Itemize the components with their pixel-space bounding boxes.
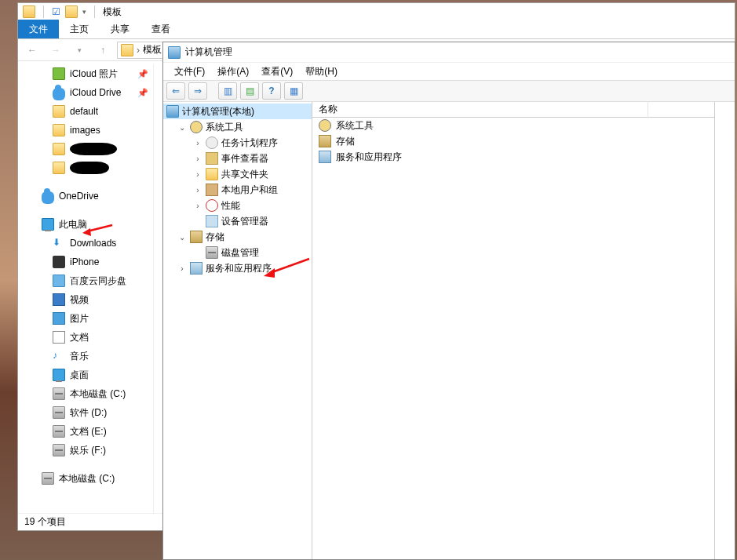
nav-documents[interactable]: 文档 [18,328,153,347]
redacted-text [70,162,109,174]
folder-icon [53,162,65,174]
services-apps-icon [319,151,331,163]
ribbon-tabs: 文件 主页 共享 查看 [18,20,735,39]
collapse-icon[interactable]: ⌄ [177,233,187,242]
mmc-list-pane: 名称 系统工具 存储 服务和应用程序 [312,102,714,559]
disk-management-icon [206,246,218,259]
nav-baidu-sync[interactable]: 百度云同步盘 [18,271,153,290]
nav-quick-images[interactable]: images [18,121,153,140]
toolbar-properties-button[interactable]: ▦ [284,82,303,100]
tree-system-tools[interactable]: ⌄ 系统工具 [163,119,312,135]
nav-downloads[interactable]: ⬇Downloads [18,234,153,253]
tree-local-users[interactable]: ›本地用户和组 [163,182,312,198]
computer-management-icon [168,46,181,59]
nav-history-dropdown[interactable]: ▾ [70,41,89,60]
list-item-services-apps[interactable]: 服务和应用程序 [312,149,714,165]
tree-root[interactable]: 计算机管理(本地) [163,104,312,119]
arrow-left-icon: ⇐ [172,85,180,96]
tree-services-apps[interactable]: › 服务和应用程序 [163,260,312,276]
mmc-title-text: 计算机管理 [185,45,232,59]
tree-event-viewer[interactable]: ›事件查看器 [163,151,312,166]
pictures-icon [53,312,65,325]
toolbar-forward-button[interactable]: ⇒ [188,82,207,100]
nav-drive-c[interactable]: 本地磁盘 (C:) [18,384,153,403]
nav-music[interactable]: ♪音乐 [18,347,153,365]
nav-drive-f[interactable]: 娱乐 (F:) [18,441,153,460]
nav-videos[interactable]: 视频 [18,290,153,309]
nav-quick-redacted-2[interactable] [18,158,153,177]
breadcrumb-item[interactable]: 模板 [143,43,162,56]
tree-disk-management[interactable]: ›磁盘管理 [163,245,312,260]
mmc-content: 计算机管理(本地) ⌄ 系统工具 ›任务计划程序 ›事件查看器 ›共享文件夹 ›… [163,102,735,559]
tab-view[interactable]: 查看 [140,20,181,38]
menu-view[interactable]: 查看(V) [255,64,299,80]
toolbar-back-button[interactable]: ⇐ [166,82,185,100]
mmc-menu-bar: 文件(F) 操作(A) 查看(V) 帮助(H) [163,63,735,80]
help-icon: ? [268,85,274,96]
nav-up-button[interactable]: ↑ [93,41,112,60]
mmc-titlebar[interactable]: 计算机管理 [163,42,735,63]
event-viewer-icon [206,152,218,165]
services-apps-icon [190,262,202,275]
nav-back-button[interactable]: ← [23,41,42,60]
qat-dropdown-icon[interactable]: ▾ [82,8,86,16]
tree-performance[interactable]: ›性能 [163,198,312,213]
drive-icon [53,406,65,419]
column-name[interactable]: 名称 [319,101,648,118]
list-item-storage[interactable]: 存储 [312,133,714,149]
list-header[interactable]: 名称 [312,102,714,118]
tree-shared-folders[interactable]: ›共享文件夹 [163,166,312,182]
expand-icon[interactable]: › [193,170,202,179]
pin-icon: 📌 [137,88,148,98]
nav-pictures[interactable]: 图片 [18,309,153,328]
mmc-right-rail [714,102,735,559]
nav-quick-icloud-photos[interactable]: iCloud 照片📌 [18,64,153,83]
tree-storage[interactable]: ⌄ 存储 [163,229,312,245]
folder-icon [65,5,78,18]
nav-drive-e[interactable]: 文档 (E:) [18,422,153,441]
mmc-tree-pane: 计算机管理(本地) ⌄ 系统工具 ›任务计划程序 ›事件查看器 ›共享文件夹 ›… [163,102,312,559]
nav-onedrive[interactable]: OneDrive [18,187,153,205]
nav-desktop[interactable]: 桌面 [18,365,153,384]
expand-icon[interactable]: › [193,155,202,163]
nav-extra-drive-c[interactable]: 本地磁盘 (C:) [18,469,153,488]
expand-icon[interactable]: › [193,186,202,195]
tree-device-manager[interactable]: ›设备管理器 [163,213,312,229]
nav-quick-default[interactable]: default [18,102,153,121]
tab-home[interactable]: 主页 [59,20,100,38]
nav-iphone[interactable]: iPhone [18,253,153,271]
nav-this-pc[interactable]: 此电脑 [18,215,153,234]
this-pc-icon [42,218,54,231]
nav-quick-icloud-drive[interactable]: iCloud Drive📌 [18,83,153,102]
toolbar-show-hide-button[interactable]: ▥ [218,82,237,100]
storage-icon [190,231,202,243]
system-tools-icon [319,119,331,132]
expand-icon[interactable]: › [193,139,202,147]
folder-icon [53,105,65,118]
list-item-system-tools[interactable]: 系统工具 [312,118,714,133]
nav-drive-d[interactable]: 软件 (D:) [18,403,153,422]
drive-icon [53,444,65,456]
documents-icon [53,331,65,344]
menu-help[interactable]: 帮助(H) [299,64,344,80]
toolbar-help-button[interactable]: ? [262,82,281,100]
folder-icon [23,5,35,18]
tab-file[interactable]: 文件 [18,20,59,38]
explorer-titlebar: ☑ ▾ 模板 [18,3,735,20]
tab-share[interactable]: 共享 [100,20,140,38]
folder-icon [121,44,133,56]
expand-icon[interactable]: › [177,264,187,273]
qat-checkbox-icon[interactable]: ☑ [52,6,60,17]
tree-task-scheduler[interactable]: ›任务计划程序 [163,135,312,151]
menu-file[interactable]: 文件(F) [168,64,211,80]
desktop-icon [53,369,65,381]
nav-forward-button[interactable]: → [46,41,65,60]
toolbar-export-button[interactable]: ▤ [240,82,259,100]
redacted-text [70,143,117,155]
iphone-icon [53,256,65,268]
collapse-icon[interactable]: ⌄ [177,123,187,132]
nav-quick-redacted-1[interactable] [18,140,153,158]
expand-icon[interactable]: › [193,202,202,210]
menu-action[interactable]: 操作(A) [211,64,255,80]
arrow-right-icon: ⇒ [194,85,202,96]
